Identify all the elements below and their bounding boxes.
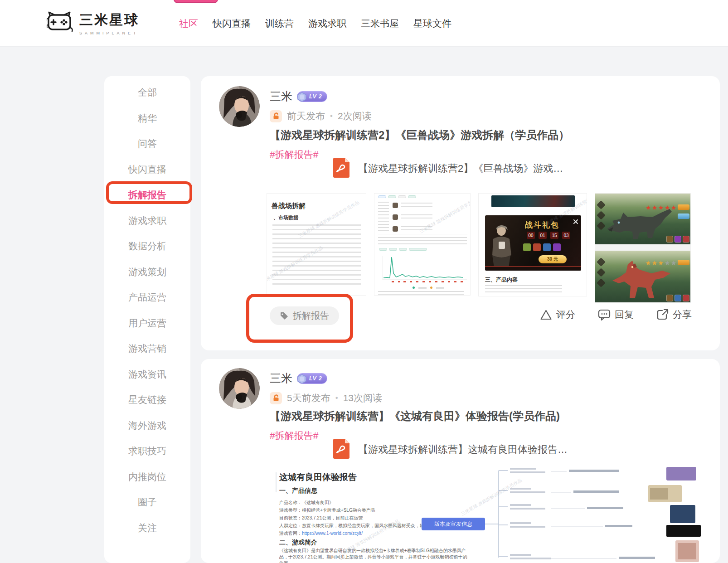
nav-item-game-jobs[interactable]: 游戏求职	[308, 17, 346, 30]
caption-lines	[378, 237, 467, 244]
post-time: 5天前发布	[287, 392, 330, 404]
tag-teardown-report[interactable]: 拆解报告	[270, 306, 339, 325]
brand-subtitle: SAMMIPLANET	[79, 31, 139, 35]
page: 三米星球 SAMMIPLANET 社区 快闪直播 训练营 游戏求职 三米书屋 星…	[0, 0, 728, 563]
pdf-attachment[interactable]: 【游戏星球拆解训练营】这城有良田体验报告…	[333, 439, 568, 461]
unlock-icon	[270, 110, 282, 122]
reply-bubble-icon	[598, 309, 611, 320]
soldier-art	[488, 223, 515, 269]
sidebar-item-user-ops[interactable]: 用户运营	[104, 311, 190, 336]
thumbnail-market-data[interactable]: 三米星球 游戏拆解训练营学员作品	[374, 193, 471, 296]
review-list	[378, 197, 467, 234]
post-meta: 5天前发布 • 13次阅读	[270, 392, 382, 404]
pdf-filename: 【游戏星球拆解训练营2】《巨兽战场》游戏…	[358, 162, 563, 175]
skill-icons	[598, 259, 604, 286]
skill-icons	[598, 202, 604, 229]
sidebar-item-game-jobs[interactable]: 游戏求职	[104, 208, 190, 234]
preview-title: 这城有良田体验报告	[279, 471, 357, 483]
thumb-doc-section: 、市场数据	[273, 214, 298, 221]
tag-label: 拆解报告	[293, 310, 329, 322]
item-icons	[666, 295, 689, 301]
sidebar-item-referrals[interactable]: 内推岗位	[104, 464, 190, 490]
post-hashtag[interactable]: #拆解报告#	[270, 429, 318, 442]
post-reads: 13次阅读	[343, 392, 382, 404]
website-link: https://www.1-world.com/zcylt/	[302, 531, 363, 536]
thumb-doc-title: 兽战场拆解	[272, 202, 306, 210]
sidebar-item-game-marketing[interactable]: 游戏营销	[104, 336, 190, 362]
download-line-chart	[376, 253, 469, 285]
sidebar-item-game-design[interactable]: 游戏策划	[104, 259, 190, 285]
post-card-1: 三米 LV 2 前天发布 • 2次阅读 【	[201, 76, 720, 350]
rate-button[interactable]: 评分	[540, 308, 575, 321]
reply-button[interactable]: 回复	[598, 308, 634, 321]
dino-screenshot-bottom	[595, 251, 691, 303]
sidebar-item-teardown-report[interactable]: 拆解报告	[104, 182, 190, 208]
nav-item-training-camp[interactable]: 训练营	[265, 17, 294, 30]
preview-field: 产品名称：《这城有良田》	[279, 500, 334, 506]
thumbnail-dino-screens[interactable]	[595, 193, 691, 303]
preview-field: 游戏类型：模拟经营+卡牌养成+SLG融合类产品	[279, 507, 375, 514]
post-hashtag[interactable]: #拆解报告#	[270, 148, 318, 161]
author-row: 三米 LV 2	[270, 371, 327, 386]
dino-screenshot-top	[595, 194, 691, 244]
category-sidebar: 全部 精华 问答 快闪直播 拆解报告 游戏求职 数据分析 游戏策划 产品运营 用…	[104, 76, 190, 563]
battle-pack-screenshot: 战斗礼包 00 01 15 03	[485, 215, 581, 271]
sidebar-item-data-analysis[interactable]: 数据分析	[104, 233, 190, 259]
svg-text:版本及宣发信息: 版本及宣发信息	[434, 521, 472, 527]
author-name[interactable]: 三米	[270, 89, 292, 104]
brand-logo[interactable]: 三米星球 SAMMIPLANET	[47, 11, 139, 35]
level-label: LV 2	[309, 375, 322, 382]
sidebar-item-friend-links[interactable]: 星友链接	[104, 387, 190, 413]
sidebar-item-all[interactable]: 全部	[104, 80, 190, 106]
author-row: 三米 LV 2	[270, 89, 327, 104]
sidebar-item-game-news[interactable]: 游戏资讯	[104, 362, 190, 388]
cat-controller-logo-icon	[47, 11, 73, 35]
sidebar-item-qa[interactable]: 问答	[104, 131, 190, 157]
price-button: 30 元	[539, 255, 567, 263]
sidebar-item-overseas-games[interactable]: 海外游戏	[104, 413, 190, 439]
item-icons	[666, 236, 689, 243]
pdf-filename: 【游戏星球拆解训练营】这城有良田体验报告…	[358, 443, 568, 456]
post-time: 前天发布	[287, 110, 325, 122]
post-title[interactable]: 【游戏星球拆解训练营2】《巨兽战场》游戏拆解（学员作品）	[270, 128, 705, 142]
preview-section-2: 二、游戏简介	[279, 539, 317, 547]
unlock-icon	[270, 392, 282, 404]
main-nav: 社区 快闪直播 训练营 游戏求职 三米书屋 星球文件	[179, 0, 451, 47]
thumbnail-report-page[interactable]: 兽战场拆解 、市场数据 三米星球 游戏拆解训练营学员作品 三米星球 游戏拆解训练…	[267, 193, 366, 296]
sidebar-item-following[interactable]: 关注	[104, 515, 190, 541]
doc-text-lines	[272, 224, 361, 288]
sidebar-item-circles[interactable]: 圈子	[104, 490, 190, 515]
report-preview-image[interactable]: 这城有良田体验报告 一、产品信息 产品名称：《这城有良田》 游戏类型：模拟经营+…	[267, 467, 702, 563]
post-card-2: 三米 LV 2 5天前发布 • 13次阅读	[201, 359, 720, 563]
share-button[interactable]: 分享	[656, 308, 692, 321]
pdf-icon	[333, 439, 349, 461]
nav-item-flash-live[interactable]: 快闪直播	[213, 17, 251, 30]
pack-section-heading: 三、产品内容	[485, 276, 518, 284]
meta-dot: •	[335, 393, 338, 403]
sidebar-item-flash-live[interactable]: 快闪直播	[104, 157, 190, 183]
close-icon	[573, 219, 578, 224]
sidebar-item-product-ops[interactable]: 产品运营	[104, 285, 190, 311]
avatar[interactable]	[219, 86, 260, 127]
pack-countdown: 00 01 15 03	[527, 232, 570, 239]
sidebar-item-job-tips[interactable]: 求职技巧	[104, 438, 190, 464]
sidebar-item-featured[interactable]: 精华	[104, 106, 190, 131]
chart-filter-pills	[379, 248, 427, 251]
thumbnail-battle-pack[interactable]: 战斗礼包 00 01 15 03	[478, 193, 587, 296]
preview-field: 目前状态：2023.7.21公测，目前正在运营	[279, 515, 363, 521]
nav-item-community[interactable]: 社区	[179, 17, 198, 30]
nav-item-book-house[interactable]: 三米书屋	[361, 17, 399, 30]
nav-item-planet-files[interactable]: 星球文件	[413, 17, 451, 30]
star-rating-top	[646, 205, 676, 210]
pdf-attachment[interactable]: 【游戏星球拆解训练营2】《巨兽战场》游戏…	[333, 158, 563, 180]
gem-hexagon-icon	[296, 92, 307, 104]
post-title[interactable]: 【游戏星球拆解训练营】《这城有良田》体验报告(学员作品)	[270, 409, 705, 423]
post-reads: 2次阅读	[338, 110, 372, 122]
preview-website-line: 游戏官网：https://www.1-world.com/zcylt/	[279, 530, 363, 537]
top-navbar: 三米星球 SAMMIPLANET 社区 快闪直播 训练营 游戏求职 三米书屋 星…	[0, 0, 728, 47]
brand-name: 三米星球	[79, 11, 139, 29]
version-mindmap: 版本及宣发信息	[422, 467, 702, 563]
author-name[interactable]: 三米	[270, 371, 292, 386]
gem-hexagon-icon	[296, 374, 307, 386]
avatar[interactable]	[219, 368, 260, 409]
